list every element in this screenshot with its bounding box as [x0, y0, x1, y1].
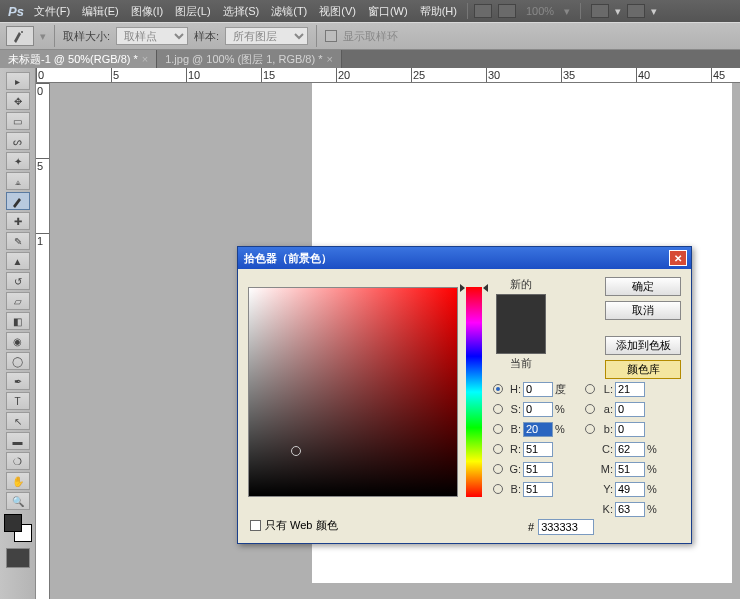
- radio-g[interactable]: [493, 464, 503, 474]
- input-s[interactable]: [523, 402, 553, 417]
- new-color-label: 新的: [496, 277, 546, 292]
- sample-size-label: 取样大小:: [63, 29, 110, 44]
- web-colors-checkbox[interactable]: [250, 520, 261, 531]
- stamp-tool[interactable]: ▲: [6, 252, 30, 270]
- wand-tool[interactable]: ✦: [6, 152, 30, 170]
- input-lab-b[interactable]: [615, 422, 645, 437]
- menu-help[interactable]: 帮助(H): [414, 4, 463, 19]
- arrange-docs-icon[interactable]: [591, 4, 609, 18]
- input-y[interactable]: [615, 482, 645, 497]
- hue-slider[interactable]: [466, 287, 482, 497]
- expand-toolbox-icon[interactable]: ▸: [6, 72, 30, 90]
- doc-tab-2[interactable]: 1.jpg @ 100% (图层 1, RGB/8) * ×: [157, 50, 342, 68]
- marquee-tool[interactable]: ▭: [6, 112, 30, 130]
- svg-point-0: [21, 31, 23, 33]
- color-swatches[interactable]: [0, 512, 35, 542]
- path-tool[interactable]: ↖: [6, 412, 30, 430]
- close-icon[interactable]: ×: [326, 53, 332, 65]
- gradient-tool[interactable]: ◧: [6, 312, 30, 330]
- input-rgb-b[interactable]: [523, 482, 553, 497]
- cancel-button[interactable]: 取消: [605, 301, 681, 320]
- options-bar: ▾ 取样大小: 取样点 样本: 所有图层 显示取样环: [0, 22, 740, 50]
- vertical-ruler: 0 5 1: [36, 83, 50, 599]
- history-brush-tool[interactable]: ↺: [6, 272, 30, 290]
- color-preview: [496, 294, 546, 354]
- color-field-cursor[interactable]: [291, 446, 301, 456]
- hue-indicator-left: [460, 284, 465, 292]
- new-color-swatch: [497, 295, 545, 325]
- menu-edit[interactable]: 编辑(E): [76, 4, 125, 19]
- radio-rgb-b[interactable]: [493, 484, 503, 494]
- input-m[interactable]: [615, 462, 645, 477]
- brush-tool[interactable]: ✎: [6, 232, 30, 250]
- view-extras-icon[interactable]: [498, 4, 516, 18]
- sample-label: 样本:: [194, 29, 219, 44]
- sample-size-select[interactable]: 取样点: [116, 27, 188, 45]
- launch-bridge-icon[interactable]: [474, 4, 492, 18]
- move-tool[interactable]: ✥: [6, 92, 30, 110]
- radio-h[interactable]: [493, 384, 503, 394]
- menu-image[interactable]: 图像(I): [125, 4, 169, 19]
- menu-select[interactable]: 选择(S): [217, 4, 266, 19]
- color-field[interactable]: [248, 287, 458, 497]
- lasso-tool[interactable]: ᔕ: [6, 132, 30, 150]
- workspace: ▸ ✥ ▭ ᔕ ✦ ⟁ ✚ ✎ ▲ ↺ ▱ ◧ ◉ ◯ ✒ T ↖ ▬ ❍ ✋ …: [0, 68, 740, 599]
- foreground-color-swatch[interactable]: [4, 514, 22, 532]
- zoom-tool[interactable]: 🔍: [6, 492, 30, 510]
- radio-r[interactable]: [493, 444, 503, 454]
- hex-prefix: #: [528, 521, 534, 533]
- web-colors-label: 只有 Web 颜色: [265, 518, 338, 533]
- hand-tool[interactable]: ✋: [6, 472, 30, 490]
- blur-tool[interactable]: ◉: [6, 332, 30, 350]
- dialog-titlebar[interactable]: 拾色器（前景色） ✕: [238, 247, 691, 269]
- pen-tool[interactable]: ✒: [6, 372, 30, 390]
- menu-filter[interactable]: 滤镜(T): [265, 4, 313, 19]
- dodge-tool[interactable]: ◯: [6, 352, 30, 370]
- type-tool[interactable]: T: [6, 392, 30, 410]
- heal-tool[interactable]: ✚: [6, 212, 30, 230]
- menu-view[interactable]: 视图(V): [313, 4, 362, 19]
- menu-window[interactable]: 窗口(W): [362, 4, 414, 19]
- sample-layers-select[interactable]: 所有图层: [225, 27, 308, 45]
- zoom-percent: 100%: [522, 5, 558, 17]
- doc-tab-1[interactable]: 未标题-1 @ 50%(RGB/8) * ×: [0, 50, 157, 68]
- input-b[interactable]: [523, 422, 553, 437]
- menu-file[interactable]: 文件(F): [28, 4, 76, 19]
- current-tool-icon[interactable]: [6, 26, 34, 46]
- menu-layer[interactable]: 图层(L): [169, 4, 216, 19]
- eyedropper-tool[interactable]: [6, 192, 30, 210]
- input-hex[interactable]: [538, 519, 594, 535]
- input-h[interactable]: [523, 382, 553, 397]
- eraser-tool[interactable]: ▱: [6, 292, 30, 310]
- current-color-swatch[interactable]: [497, 325, 545, 354]
- radio-l[interactable]: [585, 384, 595, 394]
- add-swatch-button[interactable]: 添加到色板: [605, 336, 681, 355]
- radio-s[interactable]: [493, 404, 503, 414]
- menu-bar: Ps 文件(F) 编辑(E) 图像(I) 图层(L) 选择(S) 滤镜(T) 视…: [0, 0, 740, 22]
- close-icon[interactable]: ×: [142, 53, 148, 65]
- close-button[interactable]: ✕: [669, 250, 687, 266]
- radio-lab-b[interactable]: [585, 424, 595, 434]
- dialog-title: 拾色器（前景色）: [244, 251, 669, 266]
- ok-button[interactable]: 确定: [605, 277, 681, 296]
- input-g[interactable]: [523, 462, 553, 477]
- input-r[interactable]: [523, 442, 553, 457]
- radio-a[interactable]: [585, 404, 595, 414]
- doc-tab-label: 1.jpg @ 100% (图层 1, RGB/8) *: [165, 52, 322, 67]
- current-color-label: 当前: [496, 356, 546, 371]
- screen-mode-icon[interactable]: [627, 4, 645, 18]
- input-c[interactable]: [615, 442, 645, 457]
- 3d-tool[interactable]: ❍: [6, 452, 30, 470]
- show-ring-label: 显示取样环: [343, 29, 398, 44]
- radio-b[interactable]: [493, 424, 503, 434]
- hue-indicator-right: [483, 284, 488, 292]
- color-library-button[interactable]: 颜色库: [605, 360, 681, 379]
- input-k[interactable]: [615, 502, 645, 517]
- shape-tool[interactable]: ▬: [6, 432, 30, 450]
- document-tabs: 未标题-1 @ 50%(RGB/8) * × 1.jpg @ 100% (图层 …: [0, 50, 740, 68]
- quickmask-icon[interactable]: [6, 548, 30, 568]
- crop-tool[interactable]: ⟁: [6, 172, 30, 190]
- show-ring-checkbox[interactable]: [325, 30, 337, 42]
- input-l[interactable]: [615, 382, 645, 397]
- input-a[interactable]: [615, 402, 645, 417]
